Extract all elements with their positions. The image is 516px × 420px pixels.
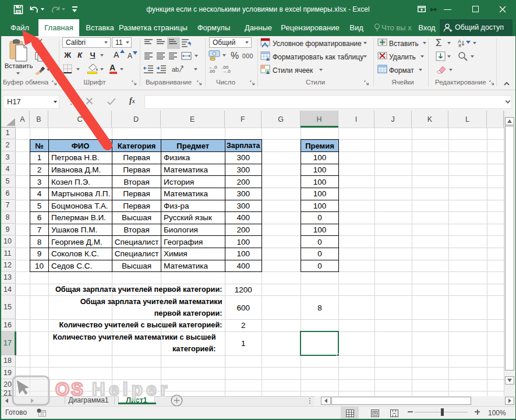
svg-text:Helper: Helper <box>92 379 171 400</box>
svg-text:OS: OS <box>55 379 85 400</box>
